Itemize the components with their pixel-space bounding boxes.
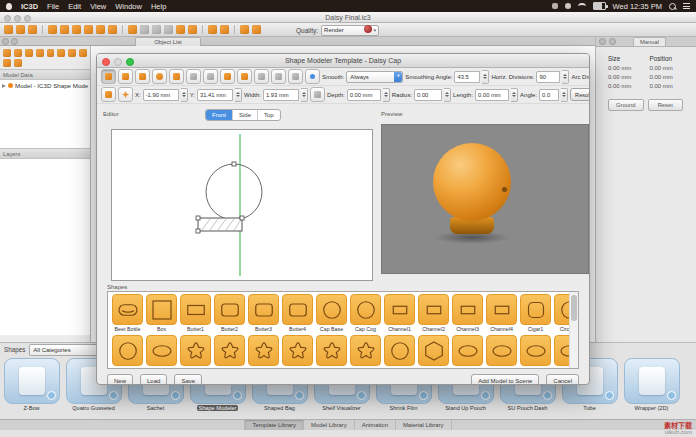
record-icon[interactable] <box>364 25 372 33</box>
tabstrip-icons[interactable] <box>2 38 18 45</box>
add-model-to-scene-button[interactable]: Add Model to Scene <box>471 374 539 385</box>
smoothing-angle-stepper[interactable] <box>482 70 489 84</box>
new-model-icon[interactable] <box>3 59 11 67</box>
zoom-icon[interactable] <box>60 25 69 34</box>
shape-item-cigar1[interactable]: Cigar1 <box>520 294 551 334</box>
scale-icon[interactable] <box>96 25 105 34</box>
cancel-button[interactable]: Cancel <box>546 374 579 385</box>
settings-icon[interactable] <box>79 49 87 57</box>
arc-icon[interactable] <box>271 69 286 84</box>
delete-model-icon[interactable] <box>14 59 22 67</box>
angle-field[interactable]: 0.0 <box>539 89 559 101</box>
menu-edit[interactable]: Edit <box>68 2 81 11</box>
rotate-icon[interactable] <box>108 25 117 34</box>
open-icon[interactable] <box>16 25 25 34</box>
menu-file[interactable]: File <box>47 2 59 11</box>
pen-icon[interactable] <box>254 69 269 84</box>
snap-point-icon[interactable] <box>305 69 320 84</box>
sphere-icon[interactable] <box>152 69 167 84</box>
tab-template-library[interactable]: Template Library <box>244 420 303 430</box>
model-data-list[interactable]: Model - IC3D Shape Mode <box>0 80 90 148</box>
shape-item-row2-4[interactable] <box>248 335 279 366</box>
menu-clock[interactable]: Wed 12:35 PM <box>613 2 662 11</box>
tab-material-library[interactable]: Material Library <box>395 420 452 430</box>
save-button[interactable]: Save <box>174 374 202 385</box>
save-icon[interactable] <box>28 25 37 34</box>
shape-item-box[interactable]: Box <box>146 294 177 334</box>
load-button[interactable]: Load <box>140 374 167 385</box>
rect-tool-icon[interactable] <box>220 69 235 84</box>
shape-item-row2-10[interactable] <box>452 335 483 366</box>
y-stepper[interactable] <box>235 88 242 102</box>
close-icon[interactable] <box>102 58 110 66</box>
length-stepper[interactable] <box>511 88 518 102</box>
snap-icon[interactable] <box>188 25 197 34</box>
position-value-0[interactable]: 0.00 mm <box>650 65 684 71</box>
resolve-incorrect-button[interactable]: Resolve Incorrect <box>570 88 589 101</box>
status-app-icon[interactable] <box>552 3 558 9</box>
measure-icon[interactable] <box>176 25 185 34</box>
align-icon[interactable] <box>152 25 161 34</box>
smoothing-angle-field[interactable]: 43.5 <box>454 71 480 83</box>
radius-field[interactable]: 0.00 <box>414 89 442 101</box>
shape-item-row2-6[interactable] <box>316 335 347 366</box>
profile-tool-button[interactable] <box>101 87 116 102</box>
shape-item-row2-0[interactable] <box>112 335 143 366</box>
minimize-icon[interactable] <box>114 58 122 66</box>
tab-model-library[interactable]: Model Library <box>303 420 354 430</box>
group-icon[interactable] <box>140 25 149 34</box>
import-icon[interactable] <box>25 49 33 57</box>
size-value-2[interactable]: 0.00 mm <box>608 83 642 89</box>
export-icon[interactable] <box>36 49 44 57</box>
undo-icon[interactable] <box>186 69 201 84</box>
shape-item-butter3[interactable]: Butter3 <box>248 294 279 334</box>
zoom-window-icon[interactable] <box>126 58 134 66</box>
shape-item-channel3[interactable]: Channel3 <box>452 294 483 334</box>
shape-item-row2-12[interactable] <box>520 335 551 366</box>
menu-app[interactable]: IC3D <box>21 2 38 11</box>
shape-item-row2-5[interactable] <box>282 335 313 366</box>
width-field[interactable]: 1.93 mm <box>263 89 299 101</box>
battery-icon[interactable] <box>593 2 606 10</box>
disclosure-icon[interactable] <box>2 84 6 88</box>
angle-stepper[interactable] <box>561 88 568 102</box>
tab-manual[interactable]: Manual <box>633 37 666 46</box>
length-field[interactable]: 0.00 mm <box>475 89 509 101</box>
remove-icon[interactable] <box>14 49 22 57</box>
distribute-icon[interactable] <box>164 25 173 34</box>
library-item-z-bow[interactable]: Z-Bow <box>3 358 60 411</box>
group-icon[interactable] <box>57 49 65 57</box>
move-points-button[interactable] <box>118 87 133 102</box>
zoom-region-icon[interactable] <box>135 69 150 84</box>
shape-item-beet-bottle[interactable]: Beet Bottle <box>112 294 143 334</box>
notification-center-icon[interactable] <box>683 3 690 9</box>
lathe-icon[interactable] <box>169 69 184 84</box>
shape-item-channel1[interactable]: Channel1 <box>384 294 415 334</box>
ground-button[interactable]: Ground <box>608 99 644 111</box>
shape-item-row2-1[interactable] <box>146 335 177 366</box>
shape-item-row2-7[interactable] <box>350 335 381 366</box>
radius-stepper[interactable] <box>444 88 451 102</box>
shape-item-channel2[interactable]: Channel2 <box>418 294 449 334</box>
shape-item-cap-cog[interactable]: Cap Cog <box>350 294 381 334</box>
menu-view[interactable]: View <box>90 2 106 11</box>
status-circle-icon[interactable] <box>565 3 571 9</box>
new-button[interactable]: New <box>107 374 133 385</box>
size-value-0[interactable]: 0.00 mm <box>608 65 642 71</box>
3d-preview-canvas[interactable] <box>381 124 589 274</box>
window-controls[interactable] <box>4 15 31 22</box>
shape-item-butter2[interactable]: Butter2 <box>214 294 245 334</box>
mirror-icon[interactable] <box>128 25 137 34</box>
tree-item-model[interactable]: Model - IC3D Shape Mode <box>2 82 90 89</box>
shape-item-row2-2[interactable] <box>180 335 211 366</box>
view-tab-front[interactable]: Front <box>206 110 232 120</box>
curve-icon[interactable] <box>288 69 303 84</box>
spotlight-icon[interactable] <box>669 3 676 10</box>
depth-stepper[interactable] <box>383 88 390 102</box>
shapes-scrollbar[interactable] <box>569 292 578 368</box>
menu-help[interactable]: Help <box>151 2 166 11</box>
smooth-select[interactable]: Always▾ <box>346 71 403 83</box>
x-stepper[interactable] <box>181 88 188 102</box>
panel-icon-2[interactable] <box>609 38 616 45</box>
shape-item-butter4[interactable]: Butter4 <box>282 294 313 334</box>
